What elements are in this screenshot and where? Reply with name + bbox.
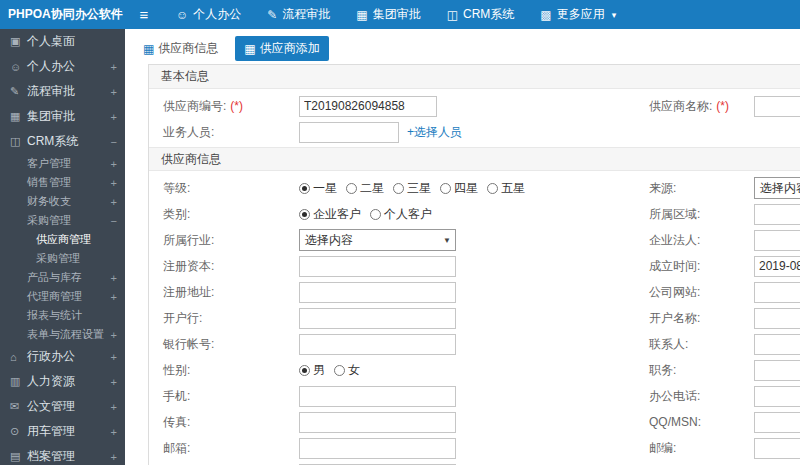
sidebar-item-label: 采购管理 bbox=[36, 251, 80, 266]
nav-personal-office[interactable]: ☺ 个人办公 bbox=[163, 0, 254, 29]
sidebar-item-label: 采购管理 bbox=[27, 213, 71, 228]
radio-level-5star[interactable]: 五星 bbox=[487, 180, 525, 197]
menu-toggle-icon[interactable]: ≡ bbox=[125, 6, 163, 23]
form-row-reg-capital: 注册资本: 成立时间: bbox=[149, 253, 800, 279]
radio-label: 三星 bbox=[407, 180, 431, 197]
reg-capital-input[interactable] bbox=[299, 256, 456, 277]
mobile-input[interactable] bbox=[299, 386, 456, 407]
industry-select[interactable]: 选择内容 ▼ bbox=[299, 229, 456, 251]
sidebar-item-customer-mgmt[interactable]: 客户管理 + bbox=[0, 154, 125, 173]
form-row-bank: 开户行: 开户名称: bbox=[149, 305, 800, 331]
label-text: 供应商名称: bbox=[649, 99, 712, 113]
source-select[interactable]: 选择内容 ▼ bbox=[754, 177, 800, 199]
sidebar-item-label: CRM系统 bbox=[27, 133, 78, 150]
sidebar-item-supplier-mgmt[interactable]: 供应商管理 bbox=[0, 230, 125, 249]
sidebar-item-admin-office[interactable]: ⌂ 行政办公 + bbox=[0, 344, 125, 369]
sidebar-item-vehicle-mgmt[interactable]: ⊙ 用车管理 + bbox=[0, 419, 125, 444]
label-text: 银行帐号: bbox=[163, 337, 214, 351]
field-label: 银行帐号: bbox=[149, 336, 299, 353]
nav-group-approval[interactable]: ▦ 集团审批 bbox=[343, 0, 433, 29]
fax-input[interactable] bbox=[299, 412, 456, 433]
radio-icon bbox=[440, 183, 451, 194]
sidebar-item-label: 人力资源 bbox=[27, 373, 75, 390]
nav-workflow-approval[interactable]: ✎ 流程审批 bbox=[254, 0, 343, 29]
field-label: 成立时间: bbox=[649, 258, 754, 275]
sidebar-item-product-inventory[interactable]: 产品与库存 + bbox=[0, 268, 125, 287]
label-text: 性别: bbox=[163, 363, 190, 377]
nav-more-apps[interactable]: ▩ 更多应用 ▾ bbox=[527, 0, 629, 29]
required-mark: (*) bbox=[230, 99, 243, 113]
sidebar-item-archive-mgmt[interactable]: ▤ 档案管理 + bbox=[0, 444, 125, 465]
car-icon: ⊙ bbox=[10, 425, 27, 438]
region-input[interactable] bbox=[754, 204, 800, 225]
sidebar-item-sales-mgmt[interactable]: 销售管理 + bbox=[0, 173, 125, 192]
field-label: 等级: bbox=[149, 180, 299, 197]
radio-level-1star[interactable]: 一星 bbox=[299, 180, 337, 197]
sidebar-item-group-approval[interactable]: ▦ 集团审批 + bbox=[0, 104, 125, 129]
bank-input[interactable] bbox=[299, 308, 456, 329]
sidebar-item-document-mgmt[interactable]: ✉ 公文管理 + bbox=[0, 394, 125, 419]
chart-icon: ◫ bbox=[447, 8, 458, 22]
bank-account-input[interactable] bbox=[299, 334, 456, 355]
salesperson-input[interactable] bbox=[299, 122, 399, 143]
tab-supplier-info[interactable]: ▦ 供应商信息 bbox=[134, 36, 227, 61]
expand-marker: + bbox=[111, 426, 117, 438]
field-label: 来源: bbox=[649, 180, 754, 197]
radio-label: 男 bbox=[313, 362, 325, 379]
radio-icon bbox=[299, 209, 310, 220]
sidebar-item-label: 供应商管理 bbox=[36, 232, 91, 247]
website-input[interactable] bbox=[754, 282, 800, 303]
nav-crm-system[interactable]: ◫ CRM系统 bbox=[434, 0, 528, 29]
sidebar-item-reports-stats[interactable]: 报表与统计 bbox=[0, 306, 125, 325]
sidebar-item-crm-system[interactable]: ◫ CRM系统 − bbox=[0, 129, 125, 154]
label-text: 传真: bbox=[163, 415, 190, 429]
label-text: 办公电话: bbox=[649, 389, 700, 403]
job-title-input[interactable] bbox=[754, 360, 800, 381]
supplier-no-input[interactable] bbox=[299, 96, 437, 117]
radio-category-personal[interactable]: 个人客户 bbox=[370, 206, 432, 223]
field-label: 注册地址: bbox=[149, 284, 299, 301]
field-label: 办公电话: bbox=[649, 388, 754, 405]
section-title: 供应商信息 bbox=[161, 151, 221, 168]
radio-gender-female[interactable]: 女 bbox=[334, 362, 360, 379]
qq-msn-input[interactable] bbox=[754, 412, 800, 433]
sidebar-item-workflow-approval[interactable]: ✎ 流程审批 + bbox=[0, 79, 125, 104]
sidebar-item-label: 个人桌面 bbox=[27, 33, 75, 50]
postcode-input[interactable] bbox=[754, 438, 800, 459]
legal-person-input[interactable] bbox=[754, 230, 800, 251]
radio-icon bbox=[334, 365, 345, 376]
office-phone-input[interactable] bbox=[754, 386, 800, 407]
sidebar-item-label: 用车管理 bbox=[27, 423, 75, 440]
email-input[interactable] bbox=[299, 438, 456, 459]
choose-person-link[interactable]: +选择人员 bbox=[407, 124, 462, 141]
section-supplier-info: 供应商信息 bbox=[149, 147, 800, 171]
account-name-input[interactable] bbox=[754, 308, 800, 329]
contact-person-input[interactable] bbox=[754, 334, 800, 355]
chevron-down-icon: ▾ bbox=[612, 10, 617, 20]
sidebar-item-finance[interactable]: 财务收支 + bbox=[0, 192, 125, 211]
radio-icon bbox=[393, 183, 404, 194]
radio-level-3star[interactable]: 三星 bbox=[393, 180, 431, 197]
radio-gender-male[interactable]: 男 bbox=[299, 362, 325, 379]
radio-label: 二星 bbox=[360, 180, 384, 197]
radio-level-2star[interactable]: 二星 bbox=[346, 180, 384, 197]
sidebar-item-label: 产品与库存 bbox=[27, 270, 82, 285]
sidebar-item-agent-mgmt[interactable]: 代理商管理 + bbox=[0, 287, 125, 306]
sidebar-item-purchase-mgmt[interactable]: 采购管理 − bbox=[0, 211, 125, 230]
radio-level-4star[interactable]: 四星 bbox=[440, 180, 478, 197]
radio-icon bbox=[299, 365, 310, 376]
required-mark: (*) bbox=[716, 99, 729, 113]
reg-address-input[interactable] bbox=[299, 282, 456, 303]
sidebar-item-personal-desktop[interactable]: ▣ 个人桌面 bbox=[0, 29, 125, 54]
sidebar-item-form-flow-settings[interactable]: 表单与流程设置 + bbox=[0, 325, 125, 344]
radio-label: 一星 bbox=[313, 180, 337, 197]
radio-category-company[interactable]: 企业客户 bbox=[299, 206, 361, 223]
tab-supplier-add[interactable]: ▦ 供应商添加 bbox=[235, 36, 328, 61]
label-text: 注册资本: bbox=[163, 259, 214, 273]
supplier-name-input[interactable] bbox=[754, 96, 800, 117]
sidebar-item-purchase-mgmt-sub[interactable]: 采购管理 bbox=[0, 249, 125, 268]
expand-marker: + bbox=[111, 451, 117, 463]
founding-date-input[interactable] bbox=[754, 256, 800, 277]
sidebar-item-hr[interactable]: ▥ 人力资源 + bbox=[0, 369, 125, 394]
sidebar-item-personal-office[interactable]: ☺ 个人办公 + bbox=[0, 54, 125, 79]
